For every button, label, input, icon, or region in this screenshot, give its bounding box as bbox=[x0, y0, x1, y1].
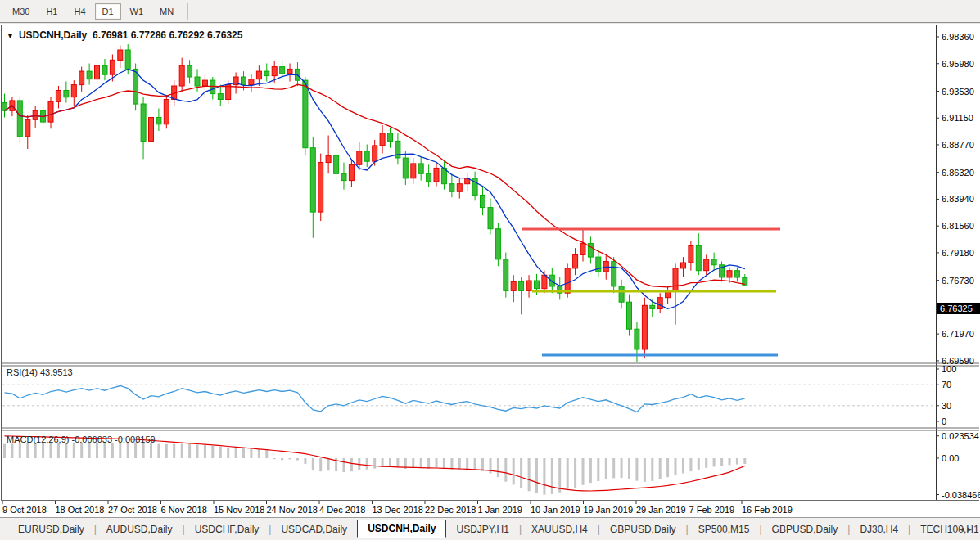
macd-histogram-bar bbox=[34, 443, 37, 459]
candle-body bbox=[457, 184, 462, 192]
macd-histogram-bar bbox=[621, 458, 623, 478]
price-axis-label: 6.83940 bbox=[942, 194, 974, 204]
macd-histogram-bar bbox=[528, 458, 531, 491]
macd-histogram-bar bbox=[196, 444, 199, 458]
macd-histogram-bar bbox=[651, 458, 653, 481]
candle-body bbox=[102, 65, 107, 74]
chart-tabbar: EURUSD,Daily|AUDUSD,Daily|USDCHF,Daily|U… bbox=[0, 517, 980, 540]
macd-histogram-bar bbox=[3, 444, 6, 458]
candle-body bbox=[519, 281, 524, 290]
macd-histogram-bar bbox=[504, 458, 507, 482]
macd-histogram-bar bbox=[736, 458, 738, 465]
candle-body bbox=[481, 196, 485, 208]
chart-tab[interactable]: USDCAD,Daily bbox=[271, 521, 357, 538]
macd-histogram-bar bbox=[57, 443, 60, 458]
macd-histogram-bar bbox=[450, 458, 453, 470]
candle-body bbox=[64, 91, 69, 97]
candle-body bbox=[696, 245, 701, 270]
chart-tab[interactable]: USDJPY,H1 bbox=[446, 521, 518, 538]
mt4-terminal: { "toolbar": { "timeframes": [ {"label":… bbox=[0, 0, 980, 540]
macd-histogram-bar bbox=[119, 442, 121, 458]
candle-body bbox=[341, 173, 346, 180]
chart-tab[interactable]: SP500,M15 bbox=[689, 521, 760, 538]
date-axis-label: 15 Nov 2018 bbox=[214, 505, 264, 515]
chart-tab[interactable]: EURUSD,Daily bbox=[8, 521, 94, 538]
macd-histogram-bar bbox=[412, 458, 414, 468]
candle-body bbox=[287, 69, 292, 74]
macd-histogram-bar bbox=[258, 449, 260, 458]
rsi-axis-label: 70 bbox=[942, 380, 951, 389]
candle-body bbox=[411, 164, 416, 178]
macd-histogram-bar bbox=[50, 443, 52, 458]
chart-tab[interactable]: GBPUSD,Daily bbox=[762, 521, 848, 538]
timeframe-w1-button[interactable]: W1 bbox=[123, 3, 151, 20]
candle-body bbox=[17, 101, 22, 137]
candle-body bbox=[573, 254, 578, 268]
macd-histogram-bar bbox=[250, 449, 252, 458]
symbol-dropdown-icon[interactable]: ▼ bbox=[7, 32, 14, 40]
date-axis-label: 4 Dec 2018 bbox=[319, 505, 365, 515]
macd-histogram-bar bbox=[574, 458, 576, 488]
macd-histogram-bar bbox=[111, 443, 114, 458]
chart-tabs: EURUSD,Daily|AUDUSD,Daily|USDCHF,Daily|U… bbox=[8, 521, 980, 538]
macd-histogram-bar bbox=[19, 443, 21, 458]
macd-histogram-bar bbox=[265, 450, 268, 458]
macd-histogram-bar bbox=[389, 458, 391, 466]
candle-body bbox=[511, 281, 516, 290]
candle-body bbox=[357, 151, 362, 165]
macd-histogram-bar bbox=[26, 443, 29, 458]
macd-histogram-bar bbox=[289, 458, 291, 459]
date-axis-label: 24 Nov 2018 bbox=[267, 505, 318, 515]
timeframe-m30-button[interactable]: M30 bbox=[5, 3, 37, 20]
macd-histogram-bar bbox=[134, 443, 137, 459]
candle-body bbox=[125, 50, 130, 69]
candle-body bbox=[488, 208, 493, 229]
price-axis-label: 6.91150 bbox=[942, 113, 973, 123]
candle-body bbox=[264, 71, 269, 76]
chart-symbol-label: USDCNH,Daily bbox=[19, 29, 87, 41]
macd-histogram-bar bbox=[96, 443, 98, 458]
macd-histogram-bar bbox=[127, 442, 129, 458]
macd-histogram-bar bbox=[165, 444, 168, 458]
candle-body bbox=[657, 298, 662, 309]
candle-body bbox=[612, 262, 616, 286]
timeframe-h1-button[interactable]: H1 bbox=[38, 3, 65, 20]
macd-histogram-bar bbox=[142, 443, 145, 459]
candle-body bbox=[195, 77, 200, 86]
chart-tab[interactable]: GBPUSD,Daily bbox=[600, 521, 686, 538]
macd-indicator-label: MACD(12,26,9) -0.006033 -0.008159 bbox=[7, 434, 156, 444]
macd-histogram-bar bbox=[644, 458, 646, 482]
macd-histogram-bar bbox=[543, 458, 545, 495]
candle-body bbox=[542, 275, 547, 289]
chart-tab-active[interactable]: USDCNH,Daily bbox=[357, 520, 446, 538]
macd-histogram-bar bbox=[513, 458, 515, 484]
date-axis-label: 16 Feb 2019 bbox=[742, 505, 793, 515]
chart-tab[interactable]: XAUUSD,H4 bbox=[522, 521, 598, 538]
candle-body bbox=[202, 80, 207, 86]
macd-histogram-bar bbox=[605, 458, 607, 479]
macd-histogram-bar bbox=[458, 458, 461, 470]
timeframe-h4-button[interactable]: H4 bbox=[66, 3, 93, 20]
date-axis-label: 9 Oct 2018 bbox=[2, 505, 47, 515]
timeframe-mn-button[interactable]: MN bbox=[152, 3, 181, 20]
macd-histogram-bar bbox=[42, 443, 44, 458]
candle-body bbox=[734, 271, 739, 277]
candle-body bbox=[642, 305, 647, 349]
candle-body bbox=[318, 163, 323, 213]
date-axis-label: 29 Jan 2019 bbox=[636, 505, 686, 515]
price-axis-label: 6.93530 bbox=[942, 87, 974, 97]
macd-histogram-bar bbox=[188, 444, 191, 458]
macd-histogram-bar bbox=[327, 458, 330, 470]
macd-histogram-bar bbox=[481, 458, 484, 471]
macd-histogram-bar bbox=[659, 458, 662, 479]
chart-tab[interactable]: DJ30,H4 bbox=[850, 521, 908, 538]
candle-body bbox=[156, 118, 161, 124]
candle-body bbox=[249, 79, 254, 85]
macd-axis-label: -0.038466 bbox=[942, 490, 980, 500]
tab-scroll-right-button[interactable]: ▸ bbox=[967, 524, 975, 533]
chart-tab[interactable]: USDCHF,Daily bbox=[185, 521, 269, 538]
candle-body bbox=[272, 67, 277, 76]
timeframe-d1-button[interactable]: D1 bbox=[95, 3, 121, 20]
candle-body bbox=[535, 281, 540, 289]
chart-tab[interactable]: AUDUSD,Daily bbox=[97, 521, 183, 538]
